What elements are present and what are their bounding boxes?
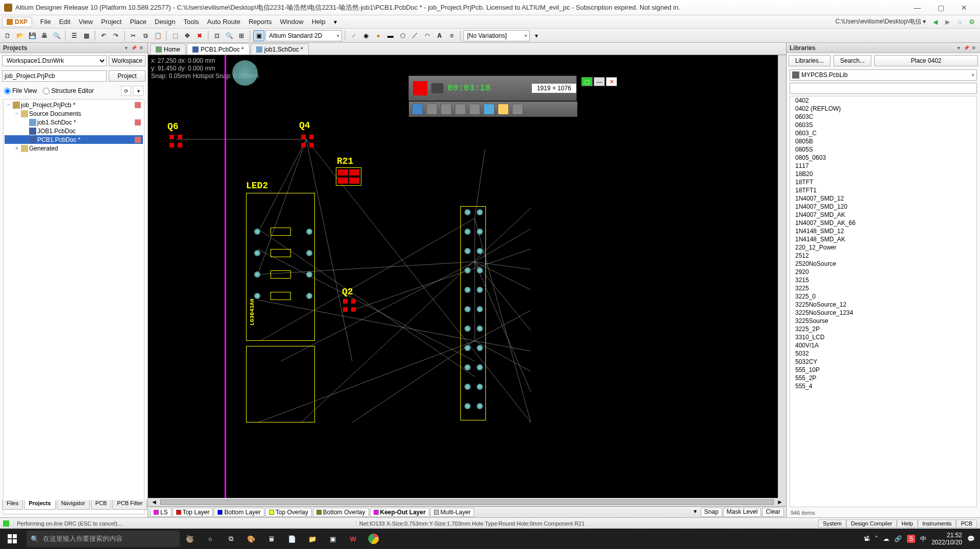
library-item[interactable]: 3225_0 xyxy=(790,292,976,301)
library-list[interactable]: 04020402 (REFLOW)0603C0603S0603_C0805B08… xyxy=(790,96,977,507)
recorder-folder-icon[interactable] xyxy=(498,104,509,115)
library-item[interactable]: 555_2P xyxy=(790,374,976,382)
tray-link-icon[interactable]: 🔗 xyxy=(894,535,902,542)
panel-pin-icon[interactable]: 📌 xyxy=(131,45,137,51)
new-icon[interactable]: 🗋 xyxy=(2,30,13,41)
library-item[interactable]: 3225NoSource_1234 xyxy=(790,309,976,317)
via-icon[interactable]: ◉ xyxy=(360,30,372,41)
print-icon[interactable]: 🖶 xyxy=(39,30,50,41)
variations-select[interactable]: [No Variations] xyxy=(463,30,530,41)
tray-ime-icon[interactable]: S xyxy=(907,535,915,543)
arc-icon[interactable]: ◠ xyxy=(422,30,433,41)
home-icon[interactable]: ⌂ xyxy=(954,17,965,27)
layer-tab[interactable]: Top Layer xyxy=(173,508,213,517)
library-item[interactable]: 18B20 xyxy=(790,170,976,178)
canvas-scroll-h[interactable]: ◄► xyxy=(148,498,786,506)
libraries-button[interactable]: Libraries... xyxy=(789,55,830,66)
layer-clear-button[interactable]: Clear xyxy=(762,508,784,517)
menu-tools[interactable]: Tools xyxy=(179,16,203,28)
tree-node[interactable]: −job_Project.PrjPcb * xyxy=(5,101,143,109)
bottom-tab-files[interactable]: Files xyxy=(2,500,23,510)
menu-window[interactable]: Window xyxy=(276,16,307,28)
system-tray[interactable]: 📽 ˄ ☁ 🔗 S 中 21:522022/10/20 💬 xyxy=(859,532,980,546)
recorder-webcam-icon[interactable] xyxy=(455,104,466,115)
maximize-button[interactable]: ▢ xyxy=(929,1,952,15)
tree-node[interactable]: PCB1.PcbDoc * xyxy=(5,135,143,144)
workspace-button[interactable]: Workspace xyxy=(109,55,145,66)
tray-cloud-icon[interactable]: ☁ xyxy=(883,535,889,542)
library-item[interactable]: 0402 xyxy=(790,96,976,105)
library-item[interactable]: 555_10P xyxy=(790,366,976,374)
menu-edit[interactable]: Edit xyxy=(55,16,75,28)
library-filter-input[interactable] xyxy=(790,83,977,94)
bottom-tab-pcb[interactable]: PCB xyxy=(91,500,112,510)
recorder-mic-icon[interactable] xyxy=(440,104,452,115)
library-item[interactable]: 0805_0603 xyxy=(790,154,976,162)
panel-close-icon[interactable]: ✕ xyxy=(138,45,144,51)
preview-icon[interactable]: 🔍 xyxy=(51,30,62,41)
library-item[interactable]: 3225NoSource_12 xyxy=(790,301,976,309)
library-item[interactable]: 0402 (REFLOW) xyxy=(790,105,976,113)
clear-icon[interactable]: ✖ xyxy=(194,30,205,41)
fill-icon[interactable]: ▬ xyxy=(385,30,396,41)
layer-tab[interactable]: Bottom Layer xyxy=(214,508,264,517)
tree-node[interactable]: JOB1.PcbDoc xyxy=(5,127,143,135)
fav-icon[interactable]: ❂ xyxy=(967,17,977,27)
library-select[interactable]: MYPCBS.PcbLib xyxy=(790,69,977,81)
bottom-tab-navigator[interactable]: Navigator xyxy=(57,500,90,510)
dxp-button[interactable]: DXP xyxy=(2,17,32,27)
library-item[interactable]: 1N4148_SMD_AK xyxy=(790,235,976,243)
menu-file[interactable]: File xyxy=(36,16,55,28)
tray-lang[interactable]: 中 xyxy=(920,535,926,543)
zoom-fit-icon[interactable]: ⊡ xyxy=(211,30,223,41)
lib-close-icon[interactable]: ✕ xyxy=(971,45,977,51)
project-tree[interactable]: −job_Project.PrjPcb *−Source Documentsjo… xyxy=(3,99,144,514)
library-item[interactable]: 0603S xyxy=(790,121,976,129)
nav-back-icon[interactable]: ◀ xyxy=(930,17,940,27)
taskbar-notepad[interactable]: 📄 xyxy=(282,529,302,549)
taskbar-cortana[interactable]: ○ xyxy=(200,529,220,549)
lib-menu-icon[interactable]: ▾ xyxy=(955,45,962,51)
library-item[interactable]: 400V/1A xyxy=(790,341,976,350)
move-icon[interactable]: ✥ xyxy=(182,30,193,41)
library-item[interactable]: 555_4 xyxy=(790,382,976,390)
project-field[interactable] xyxy=(2,70,107,82)
redo-icon[interactable]: ↷ xyxy=(110,30,121,41)
taskbar-calc[interactable]: 🖩 xyxy=(261,529,282,549)
taskbar-clock[interactable]: 21:522022/10/20 xyxy=(932,532,962,546)
menu-design[interactable]: Design xyxy=(151,16,179,28)
menu-project[interactable]: Project xyxy=(97,16,126,28)
library-item[interactable]: 0805S xyxy=(790,145,976,154)
project-button[interactable]: Project xyxy=(109,70,145,82)
expand-icon[interactable]: ▾ xyxy=(531,30,542,41)
library-item[interactable]: 3225 xyxy=(790,284,976,292)
status-design-compiler-button[interactable]: Design Compiler xyxy=(846,519,897,528)
zoom-sel-icon[interactable]: ⊞ xyxy=(236,30,247,41)
library-item[interactable]: 2512 xyxy=(790,252,976,260)
library-item[interactable]: 18TFT xyxy=(790,178,976,186)
save-icon[interactable]: 💾 xyxy=(27,30,38,41)
bottom-tab-pcb-filter[interactable]: PCB Filter xyxy=(112,500,147,510)
paste-icon[interactable]: 📋 xyxy=(152,30,163,41)
editor-tab[interactable]: PCB1.PcbDoc * xyxy=(187,43,250,55)
editor-tab[interactable]: job1.SchDoc * xyxy=(251,43,309,55)
view-mode-select[interactable]: Altium Standard 2D xyxy=(265,30,342,41)
library-item[interactable]: 3225_2P xyxy=(790,325,976,333)
recorder-min-icon[interactable]: — xyxy=(594,77,605,86)
recorder-draw-icon[interactable] xyxy=(483,104,495,115)
poly-icon[interactable]: ⬠ xyxy=(397,30,408,41)
library-item[interactable]: 2920 xyxy=(790,268,976,276)
library-item[interactable]: 5032 xyxy=(790,350,976,358)
recorder-cursor-icon[interactable] xyxy=(469,104,480,115)
select-icon[interactable]: ⬚ xyxy=(169,30,181,41)
recorder-pause-icon[interactable] xyxy=(412,104,423,115)
menu-place[interactable]: Place xyxy=(126,16,151,28)
file-path[interactable]: C:\Users\evilisme\Desktop\电信 ▾ xyxy=(836,17,926,26)
record-button[interactable] xyxy=(413,81,427,95)
library-item[interactable]: 0805B xyxy=(790,137,976,145)
library-item[interactable]: 0603_C xyxy=(790,129,976,137)
workspace-select[interactable]: Workspace1.DsnWrk xyxy=(2,55,107,66)
layer-tab[interactable]: Multi-Layer xyxy=(430,508,474,517)
taskbar-app-1[interactable]: 🦥 xyxy=(180,529,200,549)
route-icon[interactable]: ⟋ xyxy=(348,30,359,41)
